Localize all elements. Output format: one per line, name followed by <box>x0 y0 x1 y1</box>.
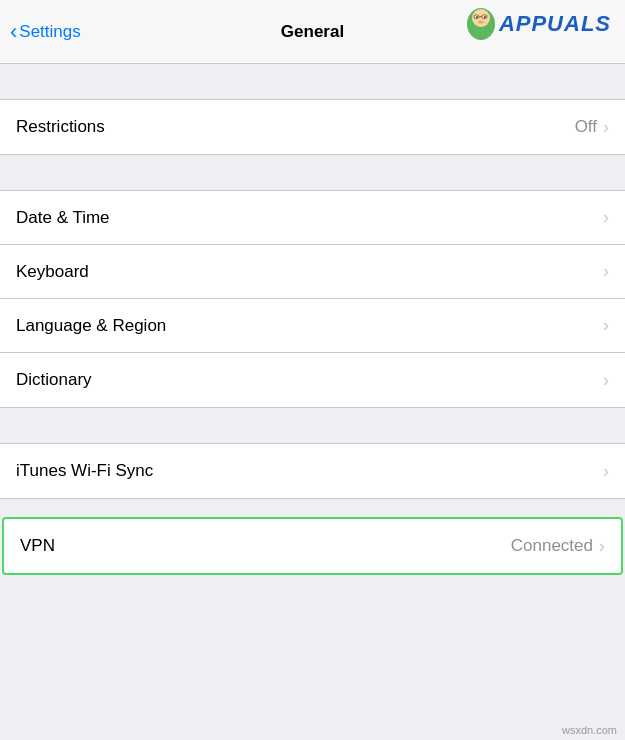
keyboard-right: › <box>597 261 609 282</box>
bottom-watermark: wsxdn.com <box>562 724 617 736</box>
brand-text: APPUALS <box>499 11 611 37</box>
date-time-label: Date & Time <box>16 208 597 228</box>
mascot-icon <box>465 4 497 44</box>
itunes-wifi-sync-right: › <box>597 461 609 482</box>
dictionary-right: › <box>597 370 609 391</box>
itunes-wifi-sync-label: iTunes Wi-Fi Sync <box>16 461 597 481</box>
language-region-label: Language & Region <box>16 316 597 336</box>
back-button[interactable]: ‹ Settings <box>10 21 81 43</box>
dictionary-label: Dictionary <box>16 370 597 390</box>
gap-1 <box>0 155 625 190</box>
top-gap <box>0 64 625 99</box>
general-section: Date & Time › Keyboard › Language & Regi… <box>0 190 625 408</box>
vpn-row[interactable]: VPN Connected › <box>4 519 621 573</box>
keyboard-row[interactable]: Keyboard › <box>0 245 625 299</box>
restrictions-value-group: Off › <box>575 117 609 138</box>
itunes-section: iTunes Wi-Fi Sync › <box>0 443 625 499</box>
dictionary-row[interactable]: Dictionary › <box>0 353 625 407</box>
date-time-right: › <box>597 207 609 228</box>
restrictions-row[interactable]: Restrictions Off › <box>0 100 625 154</box>
back-chevron-icon: ‹ <box>10 21 17 43</box>
svg-point-4 <box>476 16 478 18</box>
vpn-value: Connected <box>511 536 593 556</box>
vpn-right: Connected › <box>511 536 605 557</box>
svg-point-5 <box>484 16 486 18</box>
back-label: Settings <box>19 22 80 42</box>
restrictions-section: Restrictions Off › <box>0 99 625 155</box>
itunes-wifi-sync-row[interactable]: iTunes Wi-Fi Sync › <box>0 444 625 498</box>
restrictions-value: Off <box>575 117 597 137</box>
restrictions-label: Restrictions <box>16 117 575 137</box>
svg-point-6 <box>478 21 484 24</box>
vpn-label: VPN <box>20 536 511 556</box>
vpn-chevron-icon: › <box>599 536 605 557</box>
language-region-chevron-icon: › <box>603 315 609 336</box>
date-time-chevron-icon: › <box>603 207 609 228</box>
keyboard-chevron-icon: › <box>603 261 609 282</box>
gap-3 <box>0 499 625 517</box>
keyboard-label: Keyboard <box>16 262 597 282</box>
itunes-wifi-sync-chevron-icon: › <box>603 461 609 482</box>
language-region-row[interactable]: Language & Region › <box>0 299 625 353</box>
restrictions-chevron-icon: › <box>603 117 609 138</box>
date-time-row[interactable]: Date & Time › <box>0 191 625 245</box>
language-region-right: › <box>597 315 609 336</box>
vpn-section: VPN Connected › <box>2 517 623 575</box>
dictionary-chevron-icon: › <box>603 370 609 391</box>
navigation-bar: ‹ Settings General APPUALS <box>0 0 625 64</box>
brand-watermark: APPUALS <box>465 4 611 44</box>
gap-2 <box>0 408 625 443</box>
page-title: General <box>281 22 344 42</box>
